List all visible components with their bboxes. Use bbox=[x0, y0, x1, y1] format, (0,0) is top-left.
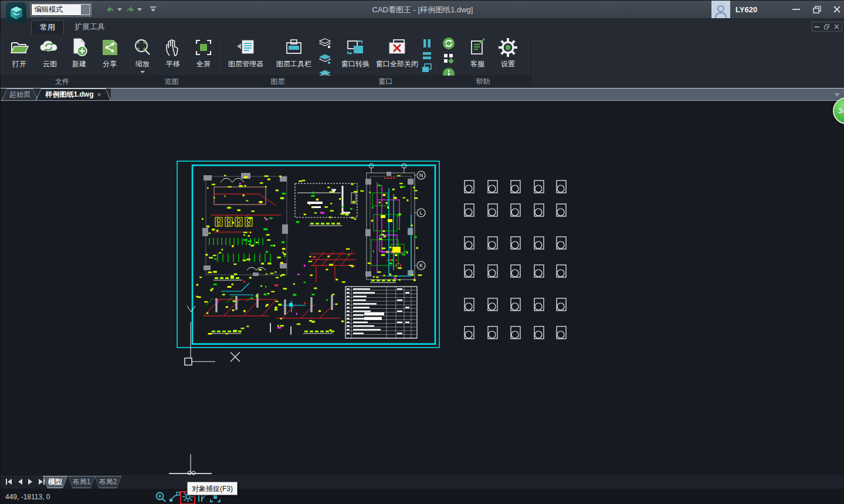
zoom-button[interactable]: 缩放 bbox=[126, 36, 159, 74]
fullscreen-button-label: 全屏 bbox=[196, 59, 211, 69]
layer-state-on-icon[interactable] bbox=[318, 38, 332, 50]
prev-layout-icon[interactable] bbox=[17, 478, 23, 485]
tab-start-page[interactable]: 起始页 bbox=[2, 88, 38, 100]
open-folder-icon bbox=[9, 36, 30, 59]
fixture-block bbox=[534, 181, 544, 193]
cloud-drawing-button[interactable]: 云图 bbox=[33, 36, 66, 74]
tile-horizontal-icon[interactable] bbox=[422, 52, 432, 60]
username-label: LY620 bbox=[735, 5, 757, 14]
fixture-block bbox=[465, 237, 474, 249]
restore-button[interactable] bbox=[807, 1, 827, 18]
user-avatar[interactable] bbox=[711, 1, 730, 18]
next-layout-icon[interactable] bbox=[28, 478, 33, 485]
plugin-grid-icon[interactable] bbox=[443, 53, 455, 64]
tab-extended-tools-label: 扩展工具 bbox=[74, 22, 105, 32]
group-label-window: 窗口 bbox=[337, 76, 435, 87]
first-layout-icon[interactable] bbox=[5, 478, 12, 485]
tab-extended-tools[interactable]: 扩展工具 bbox=[66, 20, 113, 34]
fixture-block bbox=[488, 237, 497, 249]
app-logo-icon[interactable] bbox=[6, 2, 26, 23]
close-button[interactable] bbox=[827, 1, 844, 18]
tab-layout1[interactable]: 布局1 bbox=[68, 476, 95, 488]
cascade-windows-icon[interactable] bbox=[421, 63, 433, 73]
zoom-icon bbox=[133, 36, 152, 59]
close-all-windows-label: 窗口全部关闭 bbox=[376, 59, 418, 69]
tab-overflow-caret[interactable] bbox=[834, 93, 840, 97]
layout-nav bbox=[5, 478, 45, 485]
settings-gear-icon bbox=[498, 36, 518, 59]
fixture-block bbox=[488, 204, 497, 216]
open-button-label: 打开 bbox=[12, 59, 26, 69]
ribbon-group-view: 缩放 平移 全屏 览图 bbox=[124, 34, 219, 87]
tab-layout2[interactable]: 布局2 bbox=[94, 476, 121, 488]
status-bar: 449, -18113, 0 CAD看图王 bbox=[1, 489, 844, 504]
tab-home[interactable]: 常用 bbox=[31, 20, 64, 34]
ribbon: 打开 云图 bbox=[1, 34, 844, 88]
badge-count: 34 bbox=[838, 107, 844, 115]
axis-label: K bbox=[419, 263, 423, 268]
tile-vertical-icon[interactable] bbox=[422, 38, 432, 49]
fixture-block bbox=[557, 237, 566, 249]
fixture-block bbox=[488, 326, 497, 339]
drawing-canvas[interactable]: NLK bbox=[1, 101, 844, 475]
doc-minimize-icon[interactable] bbox=[815, 26, 819, 28]
fixture-block bbox=[534, 265, 544, 277]
minimize-button[interactable] bbox=[786, 1, 806, 18]
new-button-label: 新建 bbox=[72, 59, 86, 69]
layer-manager-label: 图层管理器 bbox=[228, 59, 263, 69]
fixture-block bbox=[488, 265, 497, 277]
layer-state-freeze-icon[interactable] bbox=[318, 53, 332, 66]
fullscreen-button[interactable]: 全屏 bbox=[187, 36, 220, 74]
tab-model-label: 模型 bbox=[48, 477, 62, 487]
layer-manager-button[interactable]: 图层管理器 bbox=[223, 36, 269, 74]
pan-button[interactable]: 平移 bbox=[157, 36, 189, 74]
close-all-windows-button[interactable]: 窗口全部关闭 bbox=[373, 36, 421, 74]
tab-home-label: 常用 bbox=[40, 22, 55, 33]
window-switch-button[interactable]: 窗口转换 bbox=[338, 36, 373, 74]
last-layout-icon[interactable] bbox=[38, 478, 45, 485]
support-button[interactable]: 客服 bbox=[461, 36, 494, 74]
ribbon-group-layer: 图层管理器 图层工具栏 bbox=[219, 34, 337, 87]
tab-drawing-close-icon[interactable]: × bbox=[97, 91, 101, 99]
title-bar: 编辑模式 CAD看图王 - [样例图纸1.dwg] LY620 bbox=[1, 1, 844, 18]
group-label-view: 览图 bbox=[124, 76, 219, 87]
pan-button-label: 平移 bbox=[166, 59, 180, 69]
cursor-coordinates: 449, -18113, 0 bbox=[5, 493, 50, 501]
layer-toolbar-button[interactable]: 图层工具栏 bbox=[271, 36, 317, 74]
fixture-block bbox=[511, 181, 520, 193]
group-label-file: 文件 bbox=[1, 76, 124, 87]
fixture-block bbox=[534, 204, 544, 216]
fixture-block bbox=[511, 326, 520, 339]
cloud-button-label: 云图 bbox=[43, 59, 57, 69]
doc-close-icon[interactable] bbox=[834, 24, 839, 29]
axis-label: N bbox=[419, 172, 423, 178]
tab-drawing-active[interactable]: 样例图纸1.dwg × bbox=[36, 88, 111, 100]
fixture-block bbox=[465, 298, 474, 311]
cad-drawing: NLK bbox=[165, 159, 575, 475]
layer-toolbar-label: 图层工具栏 bbox=[276, 59, 311, 69]
settings-button[interactable]: 设置 bbox=[492, 36, 524, 74]
fixture-block bbox=[557, 298, 566, 311]
window-arrange-tools bbox=[421, 38, 433, 73]
zoom-extents-status-icon[interactable] bbox=[154, 491, 167, 503]
tab-start-page-label: 起始页 bbox=[9, 90, 30, 100]
polyline-status-icon[interactable] bbox=[168, 491, 181, 503]
open-button[interactable]: 打开 bbox=[3, 36, 36, 74]
fixture-block bbox=[465, 204, 474, 216]
share-button[interactable]: 分享 bbox=[93, 36, 126, 74]
tab-model[interactable]: 模型 bbox=[43, 476, 67, 488]
help-mini-tools bbox=[442, 37, 455, 80]
zoom-dropdown-caret[interactable] bbox=[140, 71, 145, 73]
ribbon-group-file: 打开 云图 bbox=[1, 34, 124, 87]
fixture-block bbox=[511, 204, 520, 216]
new-button[interactable]: 新建 bbox=[63, 36, 96, 74]
check-update-icon[interactable] bbox=[442, 37, 455, 50]
ribbon-tab-bar: 常用 扩展工具 bbox=[1, 18, 844, 34]
fixture-block bbox=[488, 181, 497, 193]
fixture-block bbox=[511, 298, 520, 311]
fixture-block bbox=[534, 298, 544, 311]
pan-hand-icon bbox=[164, 36, 182, 59]
fixture-block bbox=[557, 181, 566, 193]
doc-restore-icon[interactable] bbox=[824, 24, 829, 29]
fullscreen-icon bbox=[194, 36, 213, 59]
